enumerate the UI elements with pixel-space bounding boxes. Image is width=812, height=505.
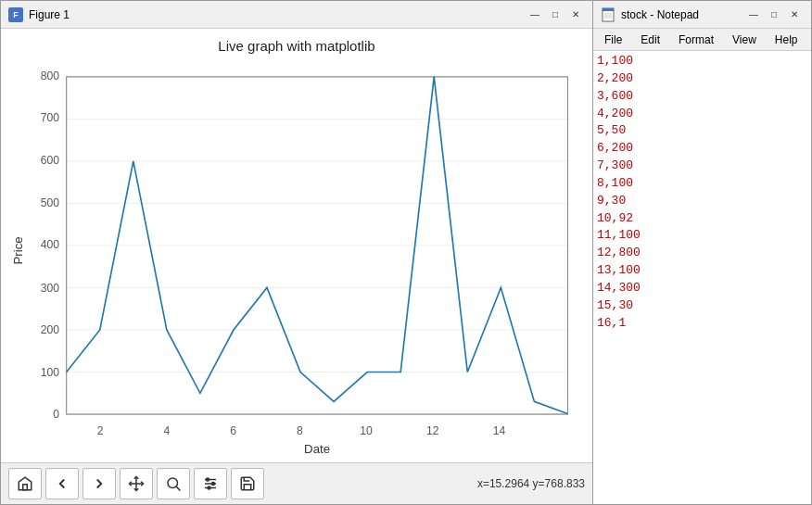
svg-text:400: 400 (41, 238, 59, 251)
svg-line-33 (176, 486, 180, 490)
forward-button[interactable] (82, 468, 116, 499)
svg-text:100: 100 (41, 366, 59, 379)
menu-edit[interactable]: Edit (633, 32, 667, 48)
figure-title: Figure 1 (29, 8, 70, 21)
figure-title-controls: — □ ✕ (526, 7, 585, 22)
svg-text:4: 4 (163, 424, 170, 437)
list-item: 14,300 (597, 280, 807, 297)
list-item: 2,200 (597, 70, 807, 88)
notepad-menubar: File Edit Format View Help (593, 29, 811, 51)
list-item: 3,600 (597, 88, 807, 106)
list-item: 9,30 (597, 193, 807, 210)
figure-title-left: F Figure 1 (8, 7, 70, 22)
list-item: 16,1 (597, 315, 807, 333)
list-item: 4,200 (597, 106, 807, 123)
menu-help[interactable]: Help (768, 32, 806, 48)
svg-text:600: 600 (41, 154, 59, 167)
svg-text:14: 14 (493, 424, 506, 437)
notepad-title: stock - Notepad (621, 8, 699, 21)
menu-format[interactable]: Format (671, 32, 721, 48)
back-button[interactable] (45, 468, 79, 499)
chart-title: Live graph with matplotlib (218, 38, 374, 54)
svg-text:700: 700 (41, 111, 59, 124)
figure-window: F Figure 1 — □ ✕ Live graph with matplot… (0, 0, 593, 505)
toolbar-left (8, 468, 264, 499)
svg-text:300: 300 (41, 282, 59, 295)
svg-point-37 (207, 478, 209, 481)
list-item: 11,100 (597, 227, 807, 245)
list-item: 1,100 (597, 53, 807, 70)
svg-text:800: 800 (41, 69, 59, 82)
svg-rect-41 (603, 8, 614, 11)
toolbar-coords: x=15.2964 y=768.833 (477, 477, 585, 490)
list-item: 6,200 (597, 140, 807, 158)
adjust-button[interactable] (194, 468, 227, 499)
minimize-button[interactable]: — (526, 7, 544, 22)
svg-text:500: 500 (41, 196, 59, 209)
svg-text:12: 12 (426, 424, 439, 437)
svg-text:8: 8 (297, 424, 303, 437)
svg-text:10: 10 (360, 424, 373, 437)
chart-container: 0 100 200 300 400 500 600 700 800 2 4 6 … (10, 59, 583, 462)
zoom-button[interactable] (157, 468, 190, 499)
notepad-title-controls: — □ ✕ (744, 7, 804, 22)
figure-toolbar: x=15.2964 y=768.833 (1, 462, 592, 504)
svg-text:200: 200 (41, 323, 59, 336)
svg-point-38 (212, 483, 215, 486)
notepad-titlebar: stock - Notepad — □ ✕ (593, 1, 811, 29)
svg-point-39 (208, 486, 210, 489)
home-button[interactable] (8, 468, 42, 499)
list-item: 10,92 (597, 210, 807, 228)
notepad-content[interactable]: 1,1002,2003,6004,2005,506,2007,3008,1009… (593, 51, 811, 504)
notepad-window: stock - Notepad — □ ✕ File Edit Format V… (593, 0, 812, 505)
figure-icon: F (8, 7, 23, 22)
figure-titlebar: F Figure 1 — □ ✕ (1, 1, 592, 29)
notepad-app-icon (601, 7, 615, 22)
svg-text:6: 6 (230, 424, 236, 437)
list-item: 5,50 (597, 122, 807, 140)
list-item: 12,800 (597, 245, 807, 262)
save-button[interactable] (231, 468, 264, 499)
svg-text:Price: Price (11, 236, 25, 264)
notepad-close-button[interactable]: ✕ (785, 7, 804, 22)
list-item: 15,30 (597, 297, 807, 315)
coord-display: x=15.2964 y=768.833 (477, 477, 585, 490)
list-item: 8,100 (597, 175, 807, 193)
notepad-maximize-button[interactable]: □ (765, 7, 783, 22)
maximize-button[interactable]: □ (546, 7, 565, 22)
notepad-minimize-button[interactable]: — (744, 7, 763, 22)
chart-svg: 0 100 200 300 400 500 600 700 800 2 4 6 … (10, 59, 583, 462)
list-item: 7,300 (597, 158, 807, 175)
list-item: 13,100 (597, 262, 807, 280)
svg-text:2: 2 (97, 424, 104, 437)
chart-area: Live graph with matplotlib 0 100 200 (1, 29, 592, 462)
svg-text:Date: Date (304, 442, 330, 456)
svg-point-32 (168, 478, 178, 488)
menu-view[interactable]: View (725, 32, 764, 48)
menu-file[interactable]: File (597, 32, 629, 48)
notepad-title-left: stock - Notepad (601, 7, 699, 22)
close-button[interactable]: ✕ (566, 7, 585, 22)
svg-rect-29 (23, 485, 28, 490)
svg-text:0: 0 (53, 408, 59, 421)
pan-button[interactable] (120, 468, 153, 499)
